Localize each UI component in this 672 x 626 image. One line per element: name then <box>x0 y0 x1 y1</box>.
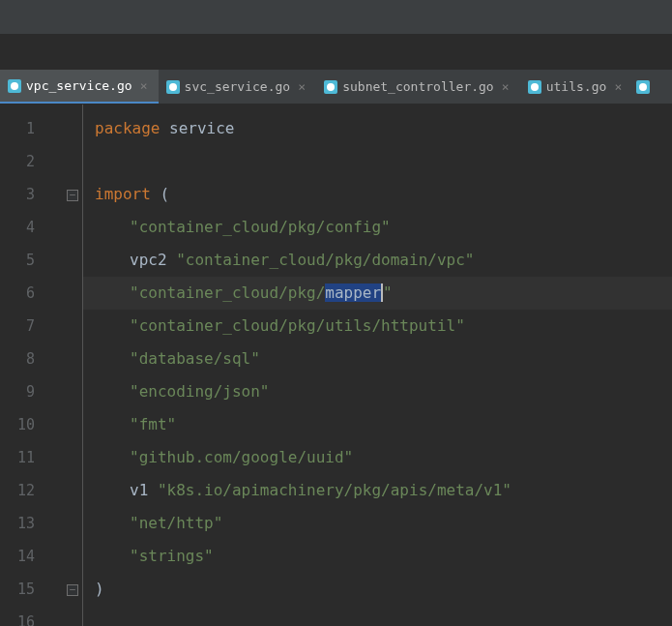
tab-subnet-controller[interactable]: subnet_controller.go × <box>316 70 520 104</box>
tab-label: svc_service.go <box>185 79 291 94</box>
line-number: 14 <box>0 540 48 573</box>
go-file-icon <box>324 80 337 94</box>
line-number: 5 <box>0 244 48 277</box>
line-number: 11 <box>0 441 48 474</box>
line-number: 6 <box>0 277 48 310</box>
go-file-icon <box>166 80 180 94</box>
line-number-gutter: 1234567891011121314151617 <box>0 104 48 626</box>
line-number: 13 <box>0 507 48 540</box>
tab-utils[interactable]: utils.go × <box>520 70 633 104</box>
line-number: 10 <box>0 408 48 441</box>
code-line: v1 "k8s.io/apimachinery/pkg/apis/meta/v1… <box>83 474 672 507</box>
code-line: vpc2 "container_cloud/pkg/domain/vpc" <box>83 244 672 277</box>
go-file-icon <box>636 80 650 94</box>
tab-label: utils.go <box>546 79 607 94</box>
close-icon[interactable]: × <box>611 79 625 94</box>
tab-vpc-service[interactable]: vpc_service.go × <box>0 70 159 104</box>
code-line: package service <box>83 112 672 145</box>
line-number: 3 <box>0 178 48 211</box>
fold-gutter: − − − <box>48 104 83 626</box>
line-number: 7 <box>0 310 48 343</box>
line-number: 16 <box>0 606 48 626</box>
tab-svc-service[interactable]: svc_service.go × <box>159 70 317 104</box>
code-area[interactable]: package service import ( "container_clou… <box>83 104 672 626</box>
line-number: 2 <box>0 145 48 178</box>
text-selection: mapper <box>325 283 383 302</box>
line-number: 8 <box>0 343 48 375</box>
code-line: "net/http" <box>83 507 672 540</box>
code-line: "github.com/google/uuid" <box>83 441 672 474</box>
line-number: 9 <box>0 375 48 408</box>
tab-bar: vpc_service.go × svc_service.go × subnet… <box>0 70 672 104</box>
line-number: 4 <box>0 211 48 244</box>
code-line <box>83 606 672 626</box>
go-file-icon <box>8 79 21 93</box>
code-line-current: "container_cloud/pkg/mapper" <box>83 277 672 310</box>
code-line: "strings" <box>83 540 672 573</box>
close-icon[interactable]: × <box>137 78 151 93</box>
line-number: 15 <box>0 573 48 606</box>
code-line <box>83 145 672 178</box>
toolbar-placeholder <box>0 0 672 35</box>
close-icon[interactable]: × <box>499 79 512 94</box>
code-line: "container_cloud/pkg/utils/httputil" <box>83 310 672 343</box>
line-number: 12 <box>0 474 48 507</box>
go-file-icon <box>528 80 541 94</box>
close-icon[interactable]: × <box>295 79 308 94</box>
fold-toggle-icon[interactable]: − <box>67 190 78 201</box>
tab-overflow[interactable] <box>632 70 654 104</box>
code-line: "container_cloud/pkg/config" <box>83 211 672 244</box>
code-line: ) <box>83 573 672 606</box>
code-line: import ( <box>83 178 672 211</box>
code-line: "fmt" <box>83 408 672 441</box>
code-line: "database/sql" <box>83 343 672 375</box>
tab-label: vpc_service.go <box>26 78 132 93</box>
code-line: "encoding/json" <box>83 375 672 408</box>
editor: 1234567891011121314151617 − − − package … <box>0 104 672 626</box>
line-number: 1 <box>0 112 48 145</box>
tab-label: subnet_controller.go <box>342 79 494 94</box>
fold-toggle-icon[interactable]: − <box>67 584 78 596</box>
